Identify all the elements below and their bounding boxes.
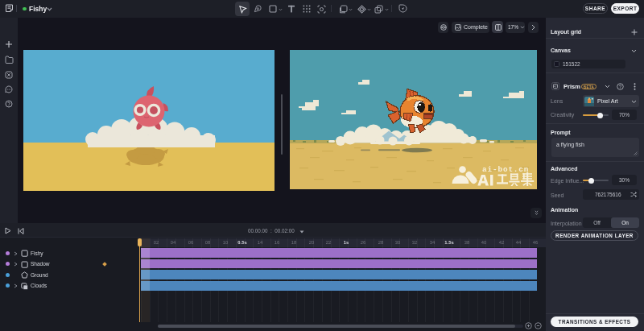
svg-text:ai-bot.cn: ai-bot.cn bbox=[482, 165, 529, 174]
